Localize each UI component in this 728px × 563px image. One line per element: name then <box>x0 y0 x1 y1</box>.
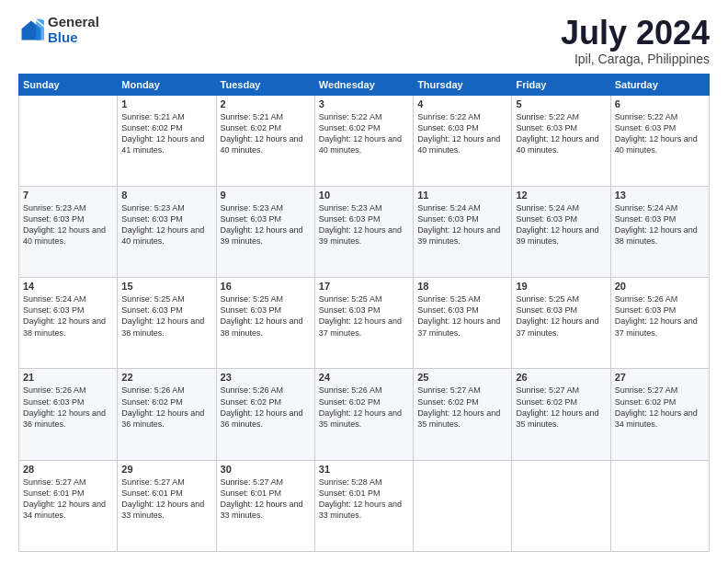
day-number: 25 <box>417 372 507 383</box>
col-header-friday: Friday <box>512 74 610 95</box>
day-number: 27 <box>615 372 705 383</box>
day-number: 26 <box>516 372 606 383</box>
day-number: 10 <box>319 190 409 201</box>
table-row: 23 Sunrise: 5:26 AM Sunset: 6:02 PM Dayl… <box>216 369 314 460</box>
day-number: 1 <box>121 98 211 109</box>
table-row: 26 Sunrise: 5:27 AM Sunset: 6:02 PM Dayl… <box>512 369 610 460</box>
table-row: 5 Sunrise: 5:22 AM Sunset: 6:03 PM Dayli… <box>512 95 610 186</box>
day-number: 7 <box>23 190 113 201</box>
cell-info: Sunrise: 5:26 AM Sunset: 6:02 PM Dayligh… <box>121 385 211 430</box>
day-number: 17 <box>319 281 409 292</box>
day-number: 6 <box>615 98 705 109</box>
table-row: 17 Sunrise: 5:25 AM Sunset: 6:03 PM Dayl… <box>314 278 413 369</box>
table-row: 25 Sunrise: 5:27 AM Sunset: 6:02 PM Dayl… <box>414 369 512 460</box>
calendar-header-row: Sunday Monday Tuesday Wednesday Thursday… <box>19 74 710 95</box>
day-number: 23 <box>221 372 311 383</box>
cell-info: Sunrise: 5:28 AM Sunset: 6:01 PM Dayligh… <box>319 477 409 522</box>
table-row: 3 Sunrise: 5:22 AM Sunset: 6:02 PM Dayli… <box>314 95 413 186</box>
title-block: July 2024 Ipil, Caraga, Philippines <box>561 15 710 66</box>
day-number: 4 <box>417 98 507 109</box>
day-number: 15 <box>121 281 211 292</box>
table-row: 9 Sunrise: 5:23 AM Sunset: 6:03 PM Dayli… <box>216 186 314 277</box>
day-number: 14 <box>23 281 113 292</box>
table-row: 27 Sunrise: 5:27 AM Sunset: 6:02 PM Dayl… <box>610 369 709 460</box>
cell-info: Sunrise: 5:25 AM Sunset: 6:03 PM Dayligh… <box>516 293 606 339</box>
page-title: July 2024 <box>561 15 710 52</box>
table-row <box>19 95 118 186</box>
table-row: 20 Sunrise: 5:26 AM Sunset: 6:03 PM Dayl… <box>610 278 709 369</box>
day-number: 3 <box>319 98 409 109</box>
cell-info: Sunrise: 5:22 AM Sunset: 6:03 PM Dayligh… <box>417 111 507 156</box>
logo-blue-text: Blue <box>48 30 99 46</box>
table-row: 1 Sunrise: 5:21 AM Sunset: 6:02 PM Dayli… <box>118 95 216 186</box>
cell-info: Sunrise: 5:21 AM Sunset: 6:02 PM Dayligh… <box>121 111 211 156</box>
table-row: 7 Sunrise: 5:23 AM Sunset: 6:03 PM Dayli… <box>19 186 118 277</box>
day-number: 9 <box>221 190 311 201</box>
table-row: 29 Sunrise: 5:27 AM Sunset: 6:01 PM Dayl… <box>118 460 216 551</box>
day-number: 28 <box>23 464 113 475</box>
table-row: 16 Sunrise: 5:25 AM Sunset: 6:03 PM Dayl… <box>216 278 314 369</box>
table-row: 28 Sunrise: 5:27 AM Sunset: 6:01 PM Dayl… <box>19 460 118 551</box>
col-header-monday: Monday <box>118 74 216 95</box>
cell-info: Sunrise: 5:21 AM Sunset: 6:02 PM Dayligh… <box>221 111 311 156</box>
logo: General Blue <box>18 15 99 45</box>
table-row: 30 Sunrise: 5:27 AM Sunset: 6:01 PM Dayl… <box>216 460 314 551</box>
cell-info: Sunrise: 5:27 AM Sunset: 6:02 PM Dayligh… <box>615 385 705 430</box>
cell-info: Sunrise: 5:27 AM Sunset: 6:02 PM Dayligh… <box>516 385 606 430</box>
day-number: 2 <box>221 98 311 109</box>
cell-info: Sunrise: 5:25 AM Sunset: 6:03 PM Dayligh… <box>221 293 311 339</box>
table-row: 10 Sunrise: 5:23 AM Sunset: 6:03 PM Dayl… <box>314 186 413 277</box>
table-row: 24 Sunrise: 5:26 AM Sunset: 6:02 PM Dayl… <box>314 369 413 460</box>
day-number: 24 <box>319 372 409 383</box>
table-row: 15 Sunrise: 5:25 AM Sunset: 6:03 PM Dayl… <box>118 278 216 369</box>
cell-info: Sunrise: 5:27 AM Sunset: 6:02 PM Dayligh… <box>417 385 507 430</box>
table-row: 22 Sunrise: 5:26 AM Sunset: 6:02 PM Dayl… <box>118 369 216 460</box>
day-number: 21 <box>23 372 113 383</box>
table-row: 21 Sunrise: 5:26 AM Sunset: 6:03 PM Dayl… <box>19 369 118 460</box>
page-subtitle: Ipil, Caraga, Philippines <box>561 52 710 66</box>
day-number: 5 <box>516 98 606 109</box>
day-number: 31 <box>319 464 409 475</box>
cell-info: Sunrise: 5:26 AM Sunset: 6:03 PM Dayligh… <box>615 293 705 339</box>
table-row: 13 Sunrise: 5:24 AM Sunset: 6:03 PM Dayl… <box>610 186 709 277</box>
day-number: 12 <box>516 190 606 201</box>
cell-info: Sunrise: 5:26 AM Sunset: 6:02 PM Dayligh… <box>319 385 409 430</box>
day-number: 16 <box>221 281 311 292</box>
day-number: 30 <box>221 464 311 475</box>
day-number: 19 <box>516 281 606 292</box>
cell-info: Sunrise: 5:26 AM Sunset: 6:02 PM Dayligh… <box>221 385 311 430</box>
logo-general-text: General <box>48 15 99 30</box>
cell-info: Sunrise: 5:27 AM Sunset: 6:01 PM Dayligh… <box>121 477 211 522</box>
cell-info: Sunrise: 5:23 AM Sunset: 6:03 PM Dayligh… <box>121 202 211 247</box>
cell-info: Sunrise: 5:25 AM Sunset: 6:03 PM Dayligh… <box>319 293 409 339</box>
day-number: 11 <box>417 190 507 201</box>
table-row: 18 Sunrise: 5:25 AM Sunset: 6:03 PM Dayl… <box>414 278 512 369</box>
day-number: 20 <box>615 281 705 292</box>
cell-info: Sunrise: 5:24 AM Sunset: 6:03 PM Dayligh… <box>516 202 606 247</box>
cell-info: Sunrise: 5:23 AM Sunset: 6:03 PM Dayligh… <box>319 202 409 247</box>
cell-info: Sunrise: 5:23 AM Sunset: 6:03 PM Dayligh… <box>23 202 113 247</box>
cell-info: Sunrise: 5:22 AM Sunset: 6:02 PM Dayligh… <box>319 111 409 156</box>
day-number: 22 <box>121 372 211 383</box>
col-header-wednesday: Wednesday <box>314 74 413 95</box>
cell-info: Sunrise: 5:22 AM Sunset: 6:03 PM Dayligh… <box>516 111 606 156</box>
cell-info: Sunrise: 5:26 AM Sunset: 6:03 PM Dayligh… <box>23 385 113 430</box>
table-row: 4 Sunrise: 5:22 AM Sunset: 6:03 PM Dayli… <box>414 95 512 186</box>
col-header-tuesday: Tuesday <box>216 74 314 95</box>
table-row: 19 Sunrise: 5:25 AM Sunset: 6:03 PM Dayl… <box>512 278 610 369</box>
table-row <box>610 460 709 551</box>
col-header-sunday: Sunday <box>19 74 118 95</box>
table-row: 2 Sunrise: 5:21 AM Sunset: 6:02 PM Dayli… <box>216 95 314 186</box>
cell-info: Sunrise: 5:25 AM Sunset: 6:03 PM Dayligh… <box>121 293 211 339</box>
col-header-thursday: Thursday <box>414 74 512 95</box>
col-header-saturday: Saturday <box>610 74 709 95</box>
cell-info: Sunrise: 5:23 AM Sunset: 6:03 PM Dayligh… <box>221 202 311 247</box>
day-number: 18 <box>417 281 507 292</box>
table-row <box>512 460 610 551</box>
day-number: 29 <box>121 464 211 475</box>
table-row <box>414 460 512 551</box>
table-row: 11 Sunrise: 5:24 AM Sunset: 6:03 PM Dayl… <box>414 186 512 277</box>
cell-info: Sunrise: 5:24 AM Sunset: 6:03 PM Dayligh… <box>615 202 705 247</box>
calendar-table: Sunday Monday Tuesday Wednesday Thursday… <box>18 74 710 552</box>
cell-info: Sunrise: 5:27 AM Sunset: 6:01 PM Dayligh… <box>23 477 113 522</box>
